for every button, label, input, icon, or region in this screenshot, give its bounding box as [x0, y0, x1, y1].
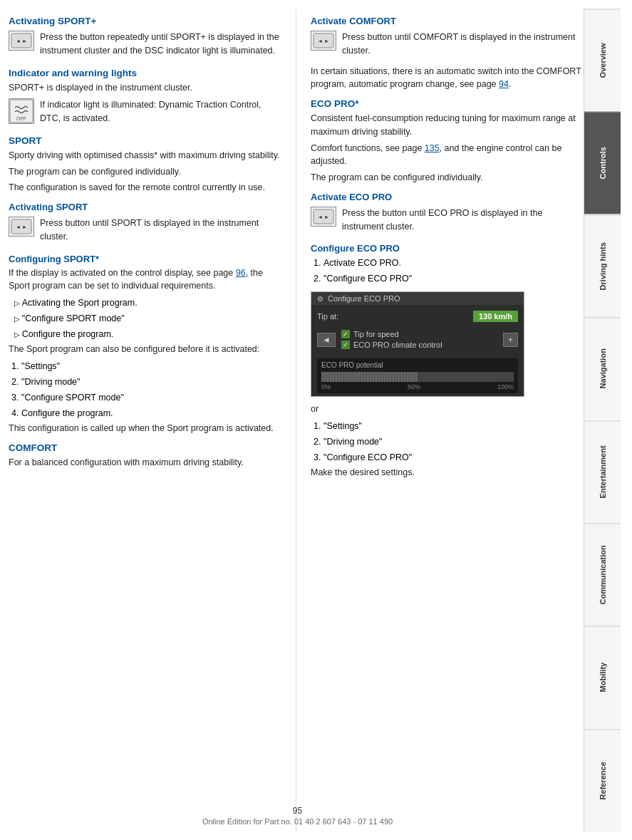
sport-numbered-list: "Settings" "Driving mode" "Configure SPO…	[21, 359, 281, 420]
sidebar-tab-navigation[interactable]: Navigation	[584, 317, 621, 420]
bar-label-0: 0%	[321, 383, 331, 390]
sport-plus-button-icon: ◄ ►	[9, 31, 34, 51]
configure-eco-list: Activate ECO PRO. "Configure ECO PRO"	[323, 256, 584, 286]
list-item: "Configure ECO PRO"	[323, 450, 584, 465]
list-item: "Settings"	[323, 419, 584, 433]
eco-pro-text1: Consistent fuel-consumption reducing tun…	[311, 112, 584, 139]
eco-screen-title: Configure ECO PRO	[328, 294, 400, 303]
tip-speed-checkbox: ✓	[341, 330, 350, 338]
comfort-body-text: In certain situations, there is an autom…	[311, 65, 584, 92]
eco-pro-text2: Comfort functions, see page 135, and the…	[311, 142, 584, 169]
indicator-heading: Indicator and warning lights	[9, 68, 281, 78]
activating-sport-row: ◄ ► Press button until SPORT is displaye…	[9, 217, 281, 247]
configure-eco-heading: Configure ECO PRO	[311, 243, 584, 254]
sidebar-tab-communication[interactable]: Communication	[584, 523, 621, 626]
sport-plus-icon-row: ◄ ► Press the button repeatedly until SP…	[9, 31, 281, 61]
list-item: Activating the Sport program.	[14, 296, 281, 310]
comfort-text: For a balanced configuration with maximu…	[9, 456, 281, 470]
list-item: "Configure ECO PRO"	[323, 271, 584, 286]
activate-eco-row: ◄ ► Press the button until ECO PRO is di…	[311, 207, 584, 237]
eco-pro-screen-header: ⚙ Configure ECO PRO	[311, 292, 524, 305]
configuring-list: Activating the Sport program. "Configure…	[14, 296, 281, 341]
page-number: 95	[0, 806, 595, 816]
list-item: "Driving mode"	[21, 375, 281, 389]
comfort-link[interactable]: 94	[499, 79, 509, 89]
dtc-icon: OFF	[9, 98, 34, 124]
activate-eco-heading: Activate ECO PRO	[311, 192, 584, 202]
sport-heading: SPORT	[9, 135, 281, 146]
footer-text: Online Edition for Part no. 01 40 2 607 …	[0, 817, 595, 826]
sport-plus-heading: Activating SPORT+	[9, 16, 281, 26]
eco-potential-label: ECO PRO potential	[321, 361, 514, 369]
eco-nav-row: ◄ ✓ Tip for speed ✓ ECO PRO climate cont…	[317, 325, 518, 354]
sidebar-tab-driving-hints-label: Driving hints	[599, 242, 607, 290]
sidebar-tab-communication-label: Communication	[599, 545, 607, 604]
tip-at-label: Tip at:	[317, 312, 338, 321]
eco-pro-link[interactable]: 135	[425, 143, 440, 153]
sport-text1: Sporty driving with optimised chassis* w…	[9, 149, 281, 162]
sidebar-tab-entertainment[interactable]: Entertainment	[584, 420, 621, 523]
list-item: "Configure SPORT mode"	[21, 390, 281, 405]
configuring-sport-text1: If the display is activated on the contr…	[9, 268, 236, 278]
sidebar-tab-mobility-label: Mobility	[599, 663, 607, 693]
climate-label: ECO PRO climate control	[353, 341, 442, 349]
sidebar-tab-navigation-label: Navigation	[599, 349, 607, 389]
or-text: or	[311, 403, 584, 416]
svg-text:◄ ►: ◄ ►	[16, 224, 27, 229]
sidebar: Overview Controls Driving hints Navigati…	[584, 9, 621, 831]
right-column: Activate COMFORT ◄ ► Press button until …	[296, 9, 584, 831]
eco-pro-text3: The program can be configured individual…	[311, 171, 584, 185]
configuring-sport-link[interactable]: 96	[236, 268, 246, 278]
eco-pro-screen-body: Tip at: 130 km/h ◄ ✓ Tip for speed ✓ ECO…	[311, 305, 524, 396]
activating-sport-heading: Activating SPORT	[9, 202, 281, 212]
comfort-heading: COMFORT	[9, 442, 281, 453]
activate-comfort-text: Press button until COMFORT is displayed …	[342, 31, 584, 58]
list-item: Configure the program.	[21, 406, 281, 420]
eco-bar	[321, 372, 514, 382]
page-footer: 95 Online Edition for Part no. 01 40 2 6…	[0, 803, 595, 826]
sidebar-tab-overview[interactable]: Overview	[584, 9, 621, 111]
eco-nav-right[interactable]: +	[503, 333, 518, 347]
sidebar-tab-controls[interactable]: Controls	[584, 111, 621, 214]
configuring-sport-heading: Configuring SPORT*	[9, 254, 281, 264]
sidebar-tab-controls-label: Controls	[599, 147, 607, 179]
activate-eco-text: Press the button until ECO PRO is displa…	[342, 207, 584, 234]
list-item: Activate ECO PRO.	[323, 256, 584, 270]
sport-button-icon: ◄ ►	[9, 217, 34, 237]
eco-potential-section: ECO PRO potential 0% 50% 100%	[317, 358, 518, 393]
tip-speed-row: ✓ Tip for speed	[341, 330, 497, 338]
list-item: "Driving mode"	[323, 435, 584, 449]
sport-also-text: The Sport program can also be configured…	[9, 343, 281, 356]
list-item: Configure the program.	[14, 327, 281, 341]
bar-label-100: 100%	[497, 383, 514, 390]
sport-this-text: This configuration is called up when the…	[9, 422, 281, 435]
svg-text:◄ ►: ◄ ►	[318, 214, 329, 219]
comfort-body-suffix: .	[509, 79, 511, 89]
dtc-icon-row: OFF If indicator light is illuminated: D…	[9, 98, 281, 128]
tip-at-value: 130 km/h	[473, 311, 518, 322]
eco-bar-fill	[321, 372, 418, 382]
activate-comfort-heading: Activate COMFORT	[311, 16, 584, 26]
activating-sport-text: Press button until SPORT is displayed in…	[40, 217, 281, 244]
comfort-body-prefix: In certain situations, there is an autom…	[311, 66, 581, 90]
dtc-icon-text: If indicator light is illuminated: Dynam…	[40, 98, 281, 125]
list-item: "Settings"	[21, 359, 281, 373]
sidebar-tab-entertainment-label: Entertainment	[599, 445, 607, 498]
eco-nav-left[interactable]: ◄	[317, 333, 336, 347]
sidebar-tab-mobility[interactable]: Mobility	[584, 626, 621, 728]
sidebar-tab-reference-label: Reference	[599, 762, 607, 799]
eco-button-icon: ◄ ►	[311, 207, 336, 227]
sport-plus-desc: Press the button repeatedly until SPORT+…	[40, 31, 281, 58]
list-item: "Configure SPORT mode"	[14, 311, 281, 326]
svg-text:OFF: OFF	[16, 116, 26, 121]
sport-text3: The configuration is saved for the remot…	[9, 181, 281, 195]
svg-text:◄ ►: ◄ ►	[318, 38, 329, 43]
svg-text:◄ ►: ◄ ►	[16, 38, 27, 43]
comfort-button-icon: ◄ ►	[311, 31, 336, 51]
tip-at-row: Tip at: 130 km/h	[317, 311, 518, 322]
make-settings-text: Make the desired settings.	[311, 466, 584, 479]
eco-pro-heading: ECO PRO*	[311, 98, 584, 109]
climate-row: ✓ ECO PRO climate control	[341, 341, 497, 349]
configure-eco-numbered: "Settings" "Driving mode" "Configure ECO…	[323, 419, 584, 465]
sidebar-tab-driving-hints[interactable]: Driving hints	[584, 214, 621, 317]
